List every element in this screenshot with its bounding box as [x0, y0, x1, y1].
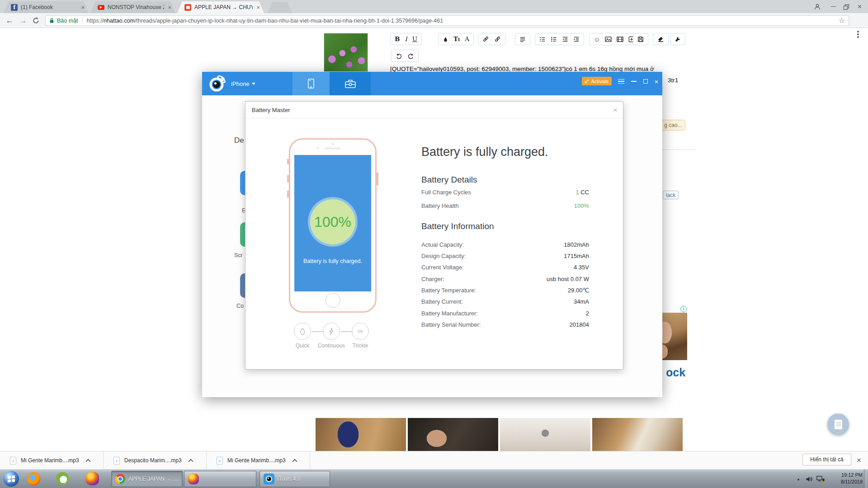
browser-icon[interactable]: [86, 472, 99, 485]
redo-icon[interactable]: [407, 53, 414, 59]
taskbar-coccoc-window[interactable]: [184, 471, 256, 487]
ad-info-icon[interactable]: i: [680, 306, 687, 312]
url-scheme: https://: [87, 18, 104, 24]
font-size-icon[interactable]: TI: [453, 36, 460, 42]
info-row: Battery Temperature:29.00℃: [421, 287, 589, 294]
bbcode-wrench-icon[interactable]: [675, 36, 681, 42]
quick-charge-button[interactable]: [294, 323, 311, 340]
smilies-icon[interactable]: ☺: [594, 36, 600, 43]
minimize-button[interactable]: [827, 2, 840, 11]
maximize-button[interactable]: [642, 78, 650, 85]
align-justify-icon[interactable]: [519, 36, 526, 42]
window-title: iTools 4.0: [278, 476, 301, 482]
clock-date: 8/11/2018: [831, 479, 863, 485]
download-item[interactable]: ♪ Mi Gente Marimb....mp3: [207, 451, 310, 469]
trickle-charge-button[interactable]: ∞: [352, 323, 369, 340]
underline-icon[interactable]: U: [412, 36, 417, 42]
text-color-icon[interactable]: [443, 36, 448, 42]
phone-icon: [305, 78, 317, 89]
undo-icon[interactable]: [396, 53, 402, 59]
tab-device[interactable]: [292, 72, 330, 95]
post-photo-2[interactable]: [408, 418, 498, 451]
close-button[interactable]: ×: [854, 2, 866, 11]
details-heading: Battery Details: [421, 175, 477, 185]
italic-icon[interactable]: I: [405, 36, 407, 42]
remove-format-icon[interactable]: [657, 36, 664, 42]
new-tab-button[interactable]: [268, 2, 292, 13]
post-avatar-flowers[interactable]: [324, 33, 368, 72]
post-photo-3[interactable]: [500, 418, 590, 451]
coccoc-icon[interactable]: [56, 472, 69, 485]
volume-icon[interactable]: [806, 469, 813, 488]
save-draft-icon[interactable]: [637, 36, 644, 42]
show-desktop-button[interactable]: [864, 469, 868, 488]
unordered-list-icon[interactable]: [539, 36, 546, 42]
facebook-icon: f: [11, 4, 18, 11]
tab-facebook[interactable]: f (1) Facebook ×: [4, 1, 89, 13]
speaker-slot: [325, 148, 341, 149]
chevron-up-icon[interactable]: [292, 459, 297, 464]
download-bar-close-icon[interactable]: ×: [857, 456, 861, 465]
taskbar-itools-window[interactable]: iTools 4.0: [259, 471, 330, 487]
tab-nhattao[interactable]: APPLE JAPAN → CHUYÊN ×: [177, 1, 264, 13]
editor-quote-text[interactable]: [QUOTE="hailovely010593, post: 62949003,…: [390, 66, 654, 72]
font-family-icon[interactable]: A: [465, 36, 469, 42]
address-bar[interactable]: Bảo mật https://nhattao.com/threads/appl…: [45, 15, 849, 26]
dialog-close-icon[interactable]: ×: [613, 106, 618, 115]
bold-icon[interactable]: B: [395, 36, 400, 42]
chevron-up-icon[interactable]: [85, 459, 90, 464]
close-button[interactable]: ×: [652, 78, 660, 85]
profile-icon[interactable]: [811, 2, 823, 11]
ad-heading[interactable]: ock: [666, 366, 685, 379]
tab-youtube[interactable]: ▶ NONSTOP Vinahouse 201 ×: [90, 1, 175, 13]
browser-icon: [188, 474, 199, 484]
floating-document-button[interactable]: [827, 413, 849, 435]
browser-menu-icon[interactable]: [857, 31, 859, 39]
security-label: Bảo mật: [57, 18, 78, 24]
minimize-button[interactable]: [630, 78, 638, 85]
network-icon[interactable]: !: [816, 469, 826, 488]
bookmark-star-icon[interactable]: ☆: [839, 16, 845, 25]
firefox-icon[interactable]: [27, 472, 40, 485]
refresh-button[interactable]: [30, 15, 42, 26]
taskbar-clock[interactable]: 19:12 PM 8/11/2018: [831, 472, 863, 485]
start-button[interactable]: [3, 471, 19, 487]
link-icon[interactable]: [482, 36, 489, 42]
editor-group-link: [478, 33, 505, 45]
mode-label-trickle: Trickle: [353, 343, 368, 349]
editor-quote-fragment[interactable]: 3tr1: [668, 77, 678, 84]
ordered-list-icon[interactable]: [551, 36, 557, 42]
back-button[interactable]: ←: [4, 15, 15, 26]
tag-chip[interactable]: lack: [663, 191, 679, 199]
chevron-up-icon[interactable]: [188, 459, 193, 464]
divider: [82, 17, 83, 24]
unlink-icon[interactable]: [494, 36, 501, 42]
image-icon[interactable]: [605, 36, 612, 42]
tab-close-icon[interactable]: ×: [168, 5, 171, 10]
advanced-options-chip[interactable]: g cao...: [661, 120, 685, 131]
download-item[interactable]: ♪ Mi Gente Marimb....mp3: [0, 451, 104, 469]
indent-icon[interactable]: [573, 36, 580, 42]
tray-expand-icon[interactable]: ▴: [795, 469, 802, 488]
power-button: [377, 172, 378, 186]
post-photo-4[interactable]: [592, 418, 683, 451]
media-icon[interactable]: [617, 36, 623, 42]
restore-button[interactable]: [840, 2, 852, 11]
outdent-icon[interactable]: [562, 36, 568, 42]
device-selector[interactable]: iPhone: [231, 72, 255, 95]
menu-icon[interactable]: [617, 78, 625, 85]
tab-close-icon[interactable]: ×: [256, 5, 260, 10]
dialog-title: Battery Master: [252, 107, 290, 113]
show-all-downloads-button[interactable]: Hiển thị tất cả: [802, 454, 851, 465]
forward-button[interactable]: →: [17, 15, 29, 26]
download-item[interactable]: ♪ Despacito Marim....mp3: [104, 451, 207, 469]
activate-button[interactable]: Activate: [582, 77, 612, 85]
mp3-file-icon: ♪: [10, 457, 16, 465]
post-photo-1[interactable]: [316, 418, 406, 451]
continuous-charge-button[interactable]: [323, 323, 340, 340]
dialog-heading: Battery is fully charged.: [421, 145, 548, 159]
browser-toolbar: ← → Bảo mật https://nhattao.com/threads/…: [0, 13, 868, 28]
taskbar-chrome-window[interactable]: APPLE JAPAN → ...: [111, 471, 183, 487]
tab-toolbox[interactable]: [330, 72, 371, 95]
tab-close-icon[interactable]: ×: [81, 5, 85, 10]
